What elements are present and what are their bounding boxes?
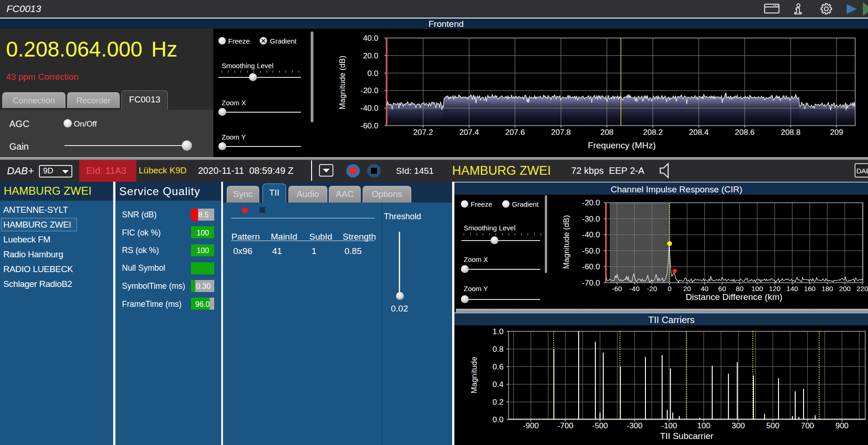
svg-text:0.8: 0.8: [492, 345, 504, 354]
svg-text:0.0: 0.0: [492, 415, 504, 424]
svg-text:-900: -900: [523, 421, 539, 430]
svg-text:1.0: 1.0: [492, 327, 504, 336]
svg-text:500: 500: [766, 421, 779, 430]
svg-text:TII Subcarrier: TII Subcarrier: [660, 431, 714, 441]
svg-text:900: 900: [836, 421, 849, 430]
svg-text:0.6: 0.6: [492, 362, 504, 371]
svg-text:-100: -100: [661, 421, 677, 430]
svg-text:700: 700: [801, 421, 814, 430]
svg-text:-700: -700: [557, 421, 573, 430]
svg-text:0.4: 0.4: [492, 380, 504, 389]
svg-text:100: 100: [697, 421, 710, 430]
svg-text:300: 300: [732, 421, 745, 430]
svg-text:Magnitude: Magnitude: [470, 356, 479, 393]
svg-text:-300: -300: [627, 421, 643, 430]
svg-text:0.2: 0.2: [492, 398, 504, 407]
svg-text:-500: -500: [592, 421, 608, 430]
